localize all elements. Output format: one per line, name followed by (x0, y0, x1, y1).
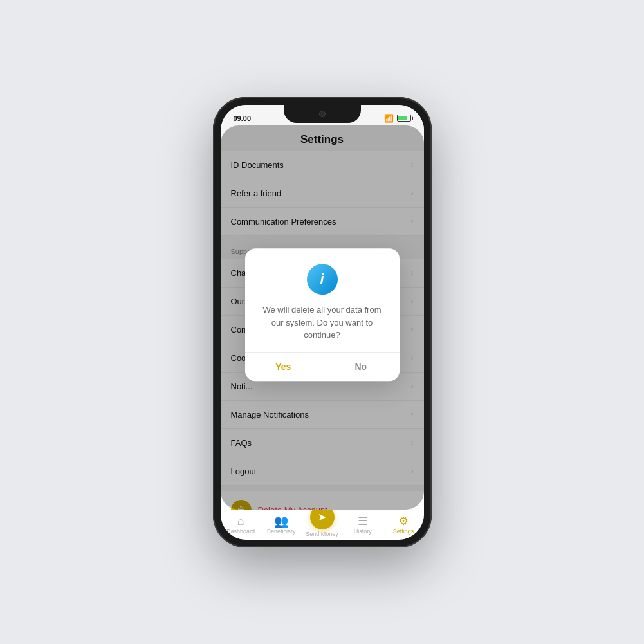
screen-content: Settings ID Documents › Refer a friend ›… (221, 125, 424, 510)
yes-button[interactable]: Yes (245, 353, 323, 381)
nav-history-label: History (354, 528, 372, 535)
settings-icon: ⚙ (398, 515, 409, 527)
battery-fill (398, 116, 407, 120)
dialog-buttons: Yes No (245, 353, 400, 381)
nav-dashboard-label: Dashboard (226, 528, 255, 535)
confirm-dialog: i We will delete all your data from our … (245, 248, 400, 381)
battery-icon (397, 115, 411, 122)
no-button[interactable]: No (322, 353, 400, 381)
nav-beneficiary[interactable]: 👥 Beneficiary (261, 515, 302, 537)
nav-history[interactable]: ☰ History (342, 515, 383, 537)
camera (319, 111, 326, 117)
phone-screen: 09.00 📶 Settings ID Documents › (221, 105, 424, 540)
beneficiary-icon: 👥 (274, 515, 288, 527)
wifi-icon: 📶 (384, 114, 394, 123)
status-icons: 📶 (384, 114, 411, 123)
nav-settings-label: Settings (393, 528, 414, 535)
home-icon: ⌂ (237, 515, 244, 527)
dialog-body: i We will delete all your data from our … (245, 248, 400, 352)
notch (284, 105, 361, 123)
info-icon: i (307, 264, 338, 295)
nav-beneficiary-label: Beneficiary (267, 528, 296, 535)
send-money-icon: ➤ (318, 511, 326, 523)
nav-send-money-label: Send Money (306, 531, 338, 537)
phone-frame: 09.00 📶 Settings ID Documents › (213, 97, 432, 547)
bottom-nav: ⌂ Dashboard 👥 Beneficiary ➤ Send Money ☰… (221, 510, 424, 540)
time: 09.00 (234, 115, 252, 122)
nav-send-money[interactable]: ➤ Send Money (302, 515, 342, 537)
dialog-message: We will delete all your data from our sy… (258, 304, 387, 342)
history-icon: ☰ (358, 515, 368, 527)
